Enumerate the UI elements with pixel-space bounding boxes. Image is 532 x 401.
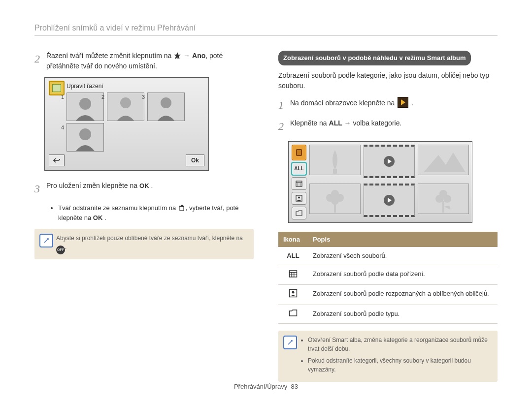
thumb-num-1: 1	[61, 93, 64, 101]
row-icon-folder	[278, 305, 308, 324]
left-column: 2 Řazení tváří můžete změnit klepnutím n…	[34, 51, 254, 382]
svg-text:123: 123	[175, 57, 180, 60]
step-3-text: Pro uložení změn klepněte na OK .	[46, 181, 252, 191]
table-header-desc: Popis	[308, 232, 498, 247]
svg-point-7	[161, 97, 171, 108]
note-right-b2: Pokud odstraníte kategorii, všechny soub…	[308, 356, 492, 374]
svg-rect-12	[181, 205, 183, 206]
r-step-1-part1: Na domácí obrazovce klepněte na	[290, 99, 397, 107]
note-left-dot: .	[65, 244, 66, 250]
grid-thumb-6	[418, 184, 469, 214]
thumb-num-3: 3	[142, 93, 145, 101]
step-3-part1: Pro uložení změn klepněte na	[46, 182, 139, 189]
table-row: Zobrazení souborů podle rozpoznaných a o…	[278, 285, 498, 305]
side-face-icon[interactable]	[292, 192, 306, 205]
r-step-1: 1 Na domácí obrazovce klepněte na .	[278, 97, 498, 113]
step-2-part1: Řazení tváří můžete změnit klepnutím na	[46, 52, 173, 60]
grid-thumb-1	[309, 145, 361, 175]
bullet-ok-icon: OK	[93, 214, 103, 221]
face-thumb-4: 4	[66, 123, 104, 152]
row-desc-face: Zobrazení souborů podle rozpoznaných a o…	[308, 285, 498, 305]
svg-point-21	[298, 196, 300, 198]
svg-marker-23	[424, 153, 466, 172]
playback-mode-icon	[398, 97, 408, 108]
table-row: Zobrazení souborů podle typu.	[278, 305, 498, 324]
svg-point-9	[79, 128, 91, 140]
footer-page-number: 83	[291, 383, 298, 390]
row-icon-face	[278, 285, 308, 305]
note-right-b1: Otevření Smart alba, změna kategorie a r…	[308, 336, 492, 353]
star-off-icon: OFF	[56, 246, 65, 254]
thumb-num-4: 4	[61, 123, 64, 132]
face-icon	[289, 289, 298, 298]
bullet-dot: .	[102, 214, 106, 221]
svg-point-31	[443, 195, 451, 203]
ok-button[interactable]: Ok	[186, 154, 204, 166]
note-right: Otevření Smart alba, změna kategorie a r…	[278, 331, 498, 382]
side-calendar-icon[interactable]	[292, 177, 306, 190]
play-overlay-icon	[384, 195, 395, 206]
grid-thumb-4	[309, 184, 361, 214]
r-step-1-text: Na domácí obrazovce klepněte na .	[290, 97, 496, 108]
step-3-dot: .	[149, 182, 153, 189]
step-3: 3 Pro uložení změn klepněte na OK .	[34, 181, 254, 197]
trash-icon	[178, 204, 186, 212]
svg-point-30	[435, 195, 443, 203]
smart-album-heading: Zobrazení souborů v podobě náhledu v rež…	[278, 51, 471, 65]
category-strip: ALL	[292, 145, 306, 219]
star-rank-icon: 123	[173, 52, 181, 60]
ok-inline-icon: OK	[139, 182, 149, 189]
play-overlay-icon	[384, 156, 395, 167]
page-footer: Přehrávání/Úpravy 83	[0, 383, 532, 390]
step-2: 2 Řazení tváří můžete změnit klepnutím n…	[34, 51, 254, 71]
step-2-arrow: →	[181, 52, 192, 60]
page-header: Prohlížení snímků a videí v režimu Přehr…	[34, 24, 498, 36]
svg-point-40	[292, 291, 295, 294]
side-all-button[interactable]: ALL	[292, 162, 306, 175]
icon-description-table: Ikona Popis ALL Zobrazení všech souborů.…	[278, 232, 498, 324]
row-icon-calendar	[278, 265, 308, 285]
table-header-icon: Ikona	[278, 232, 308, 247]
grid-thumb-3	[418, 145, 469, 175]
step-2-number: 2	[34, 51, 44, 67]
r-step-2-all: ALL	[329, 119, 342, 127]
face-thumb-1: 1	[66, 93, 104, 121]
step-3-bullet: Tvář odstraníte ze seznamu klepnutím na …	[49, 203, 254, 222]
edit-order-screenshot: Upravit řazení 1 2 3	[44, 77, 209, 171]
row-desc-calendar: Zobrazení souborů podle data pořízení.	[308, 265, 498, 285]
folder-icon	[289, 309, 298, 318]
grid-thumb-5-video	[364, 184, 415, 217]
svg-point-3	[79, 98, 91, 110]
row-desc-folder: Zobrazení souborů podle typu.	[308, 305, 498, 324]
r-step-2-part1: Klepněte na	[290, 119, 329, 127]
grid-thumb-2-video	[364, 145, 415, 178]
svg-rect-32	[442, 201, 444, 213]
svg-rect-10	[180, 207, 184, 211]
step-2-text: Řazení tváří můžete změnit klepnutím na …	[46, 51, 252, 71]
face-thumb-2: 2	[107, 93, 144, 121]
bullet-part1: Tvář odstraníte ze seznamu klepnutím na	[58, 204, 178, 212]
r-step-2: 2 Klepněte na ALL → volba kategorie.	[278, 118, 498, 134]
note-icon	[283, 336, 297, 349]
r-step-2-part2: → volba kategorie.	[342, 119, 402, 127]
note-left-text: Abyste si prohlíželi pouze oblíbené tvář…	[56, 235, 243, 242]
step-3-number: 3	[34, 181, 44, 197]
thumb-num-2: 2	[101, 93, 104, 101]
r-step-2-text: Klepněte na ALL → volba kategorie.	[290, 118, 496, 128]
back-button[interactable]	[49, 154, 65, 166]
back-arrow-icon	[53, 157, 60, 163]
table-row: ALL Zobrazení všech souborů.	[278, 247, 498, 265]
row-desc-all: Zobrazení všech souborů.	[308, 247, 498, 265]
svg-point-5	[120, 97, 131, 108]
side-album-icon[interactable]	[292, 145, 306, 160]
smart-album-intro: Zobrazení souborů podle kategorie, jako …	[278, 70, 498, 91]
note-left: Abyste si prohlíželi pouze oblíbené tvář…	[34, 229, 254, 259]
side-folder-icon[interactable]	[292, 207, 306, 219]
svg-rect-14	[297, 150, 301, 155]
r-step-2-num: 2	[278, 118, 288, 134]
svg-rect-22	[333, 169, 337, 174]
r-step-1-dot: .	[409, 99, 413, 107]
svg-rect-11	[179, 206, 184, 207]
right-column: Zobrazení souborů v podobě náhledu v rež…	[278, 51, 498, 382]
face-thumb-3: 3	[147, 93, 185, 121]
